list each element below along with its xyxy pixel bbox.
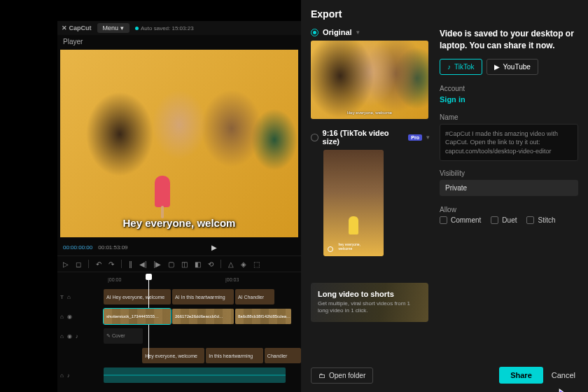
warning-icon[interactable]: △ (228, 260, 234, 268)
lock-icon[interactable]: ⌂ (60, 372, 64, 379)
video-track: ⌂◉ shutterstock_1734445555… 266172e26dd6… (57, 307, 301, 326)
allow-label: Allow (440, 206, 578, 214)
signin-link[interactable]: Sign in (440, 95, 578, 104)
text-clip[interactable]: AI Chandler (235, 289, 274, 304)
player-label: Player (57, 35, 301, 48)
mirror-icon[interactable]: ◧ (195, 260, 201, 268)
cover-clip[interactable]: ✎ Cover (104, 328, 143, 344)
chevron-down-icon: ▾ (120, 24, 124, 31)
text-clip[interactable]: AI Hey everyone, welcome (104, 289, 171, 304)
radio-icon (311, 134, 318, 141)
visibility-icon[interactable]: ◉ (67, 314, 72, 320)
open-folder-button[interactable]: 🗀Open folder (311, 368, 373, 384)
timeline-ruler[interactable]: |00:00 |00:03 (57, 275, 301, 286)
caption-clip[interactable]: Hey everyone, welcome (142, 348, 204, 363)
name-label: Name (440, 113, 578, 121)
text-track-icon[interactable]: T (60, 294, 64, 300)
allow-comment-checkbox[interactable]: Comment (440, 216, 481, 224)
preview-image-detail (155, 176, 170, 207)
autosave-status: Auto saved: 15:03:23 (135, 25, 194, 31)
trim-left-icon[interactable]: ◀| (139, 260, 147, 268)
redo-icon[interactable]: ↷ (108, 260, 114, 268)
preview-image (60, 50, 298, 237)
timeline[interactable]: |00:00 |00:03 T⌂ AI Hey everyone, welcom… (57, 272, 301, 388)
topbar: ✕ CapCut Menu ▾ Auto saved: 15:03:23 (57, 21, 301, 35)
checkbox-icon (491, 216, 498, 224)
share-button[interactable]: Share (499, 367, 543, 384)
tiktok-thumbnail[interactable]: hey everyone, welcome (323, 150, 384, 256)
pointer-tool-icon[interactable]: ▷ (63, 260, 69, 268)
allow-duet-checkbox[interactable]: Duet (491, 216, 517, 224)
undo-icon[interactable]: ↶ (96, 260, 102, 268)
original-option[interactable]: Original ▾ (311, 28, 430, 36)
mute-icon[interactable]: ♪ (76, 333, 78, 340)
video-clip[interactable]: 8a6c88cb38f142fd85cdea… (235, 309, 291, 324)
allow-stitch-checkbox[interactable]: Stitch (526, 216, 555, 224)
effects-icon[interactable]: ◈ (241, 260, 246, 268)
text-track: T⌂ AI Hey everyone, welcome AI In this h… (57, 288, 301, 306)
app-logo: ✕ CapCut (62, 24, 92, 31)
youtube-share-button[interactable]: ▶YouTube (486, 59, 538, 75)
video-clip[interactable]: 266172e26dd6eaccb0d… (172, 309, 234, 324)
visibility-select[interactable]: Private (440, 180, 578, 196)
youtube-icon: ▶ (494, 63, 500, 71)
folder-icon: 🗀 (318, 372, 326, 379)
checkbox-icon (526, 216, 534, 224)
editor-window: ✕ CapCut Menu ▾ Auto saved: 15:03:23 Pla… (57, 21, 301, 392)
transport-bar: 00:00:00:00 00:01:53:09 ▶ (57, 239, 301, 255)
caption-clip[interactable]: Chandler (265, 348, 301, 363)
delete-icon[interactable]: ▢ (168, 260, 174, 268)
pro-badge: Pro (408, 134, 422, 141)
text-clip[interactable]: AI In this heartwarming (172, 289, 234, 304)
split-icon[interactable]: ‖ (129, 260, 132, 268)
audio-track: ⌂♪ (57, 366, 301, 384)
lock-icon[interactable]: ⌂ (60, 333, 64, 340)
timeline-toolbar: ▷ ◻ ↶ ↷ ‖ ◀| |▶ ▢ ◫ ◧ ⟲ △ ◈ ⬚ (57, 255, 301, 272)
play-icon (328, 246, 333, 252)
tiktok-size-option[interactable]: 9:16 (TikTok video size) Pro ▾ (311, 129, 430, 146)
visibility-icon[interactable]: ◉ (67, 333, 72, 340)
name-input[interactable]: #CapCut I made this amazing video with C… (440, 124, 578, 162)
original-thumbnail[interactable]: Hey everyone, welcome (311, 41, 428, 119)
rotate-icon[interactable]: ⟲ (208, 260, 214, 268)
video-preview[interactable]: Hey everyone, welcom (60, 50, 298, 237)
trim-right-icon[interactable]: |▶ (154, 260, 162, 268)
mute-icon[interactable]: ♪ (67, 372, 70, 379)
crop-icon[interactable]: ◫ (181, 260, 188, 268)
export-panel: Export Original ▾ Hey everyone, welcome … (301, 0, 588, 392)
visibility-label: Visibility (440, 169, 578, 177)
tiktok-icon: ♪ (447, 63, 451, 71)
select-tool-icon[interactable]: ◻ (76, 260, 81, 268)
video-clip[interactable]: shutterstock_1734445555… (104, 309, 171, 324)
menu-button[interactable]: Menu ▾ (97, 23, 130, 33)
cancel-button[interactable]: Cancel (549, 367, 578, 384)
audio-clip[interactable] (104, 368, 286, 383)
chevron-down-icon: ▾ (426, 134, 430, 141)
checkbox-icon (440, 216, 447, 224)
preview-caption: Hey everyone, welcom (123, 217, 236, 229)
timecode-total: 00:01:53:09 (98, 244, 127, 251)
radio-icon (311, 29, 318, 36)
timecode-current: 00:00:00:00 (63, 244, 92, 251)
caption-track: Hey everyone, welcome In this heartwarmi… (57, 346, 301, 365)
cover-track: ⌂◉♪ ✎ Cover (57, 327, 301, 345)
lock-icon[interactable]: ⌂ (67, 294, 71, 300)
lock-icon[interactable]: ⌂ (60, 314, 64, 320)
promo-card[interactable]: Long video to shorts Get multiple, viral… (311, 283, 428, 322)
play-button[interactable]: ▶ (211, 244, 217, 251)
status-dot-icon (135, 27, 139, 30)
tiktok-share-button[interactable]: ♪TikTok (440, 59, 482, 75)
export-title: Export (311, 8, 578, 20)
saved-message: Video is saved to your desktop or laptop… (440, 28, 578, 52)
frame-icon[interactable]: ⬚ (253, 260, 260, 268)
account-label: Account (440, 85, 578, 92)
caption-clip[interactable]: In this heartwarming (206, 348, 263, 363)
chevron-down-icon: ▾ (356, 29, 360, 36)
